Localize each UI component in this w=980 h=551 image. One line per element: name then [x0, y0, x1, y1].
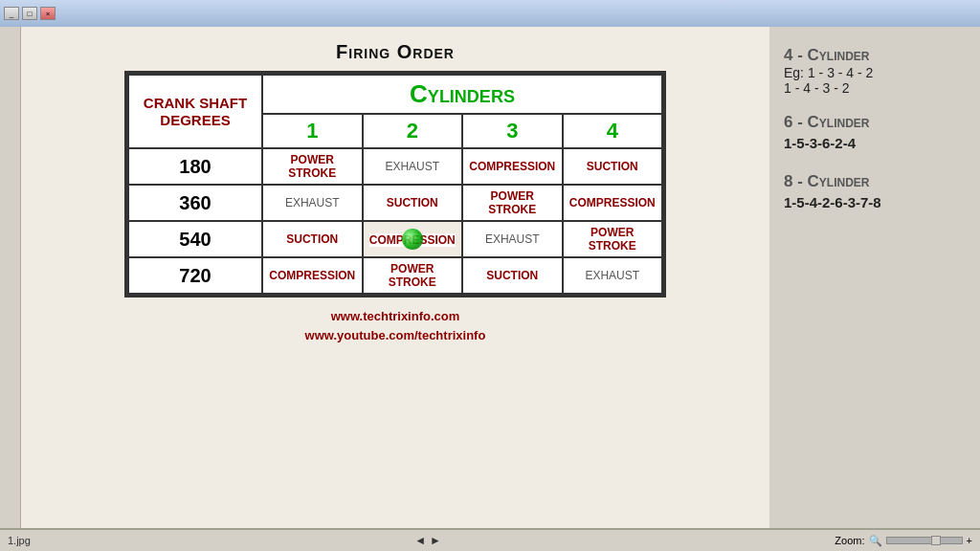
cell-360-2: Suction [363, 185, 463, 221]
cell-720-3: Suction [462, 257, 563, 294]
four-cyl-label: 4 - Cylinder [784, 46, 966, 65]
cyl-2-num: 2 [363, 114, 463, 148]
cell-360-1: Exhaust [262, 185, 363, 221]
cell-540-2: Compression [363, 221, 463, 257]
zoom-handle[interactable] [931, 536, 941, 545]
title-bar: _ □ × [0, 0, 980, 27]
page-title: Firing Order [336, 41, 455, 63]
cell-540-4: PowerStroke [563, 221, 663, 257]
next-btn[interactable]: ► [430, 534, 441, 547]
degree-720: 720 [128, 257, 262, 294]
cell-540-3: Exhaust [462, 221, 563, 257]
six-cyl-order: 1-5-3-6-2-4 [784, 132, 966, 155]
zoom-plus-icon[interactable]: + [967, 535, 972, 546]
website2: www.youtube.com/techtrixinfo [305, 326, 486, 345]
six-cylinder-section: 6 - Cylinder 1-5-3-6-2-4 [784, 113, 966, 155]
firing-order-table: CRANK SHAFT DEGREES Cylinders 1 2 3 4 18… [124, 71, 666, 298]
cell-360-4: Compression [563, 185, 663, 221]
website-links: www.techtrixinfo.com www.youtube.com/tec… [305, 307, 486, 344]
four-cyl-eg2: 1 - 4 - 3 - 2 [784, 80, 966, 96]
four-cylinder-section: 4 - Cylinder Eg: 1 - 3 - 4 - 2 1 - 4 - 3… [784, 46, 966, 96]
cyl-3-num: 3 [462, 114, 563, 148]
degree-540: 540 [128, 221, 262, 257]
eight-cyl-label: 8 - Cylinder [784, 172, 966, 191]
degree-180: 180 [128, 148, 262, 185]
prev-btn[interactable]: ◄ [414, 534, 426, 547]
eight-cylinder-section: 8 - Cylinder 1-5-4-2-6-3-7-8 [784, 172, 966, 214]
content-area: Firing Order CRANK SHAFT DEGREES Cylinde… [21, 27, 769, 528]
eight-cyl-order: 1-5-4-2-6-3-7-8 [784, 191, 966, 214]
six-cyl-label: 6 - Cylinder [784, 113, 966, 132]
right-panel: 4 - Cylinder Eg: 1 - 3 - 4 - 2 1 - 4 - 3… [769, 27, 980, 528]
zoom-control: Zoom: 🔍 + [835, 535, 972, 547]
window: _ □ × Firing Order CRANK SHAFT DEGREES C… [0, 0, 980, 551]
crankshaft-header: CRANK SHAFT DEGREES [128, 75, 262, 148]
maximize-btn[interactable]: □ [22, 7, 37, 20]
degree-360: 360 [128, 185, 262, 221]
zoom-slider[interactable] [886, 537, 963, 544]
close-btn[interactable]: × [40, 7, 56, 20]
cell-180-3: Compression [462, 148, 563, 185]
cell-720-1: Compression [262, 257, 363, 294]
cell-540-1: Suction [262, 221, 363, 257]
cyl-1-num: 1 [262, 114, 363, 148]
cell-720-2: PowerStroke [363, 257, 463, 294]
cell-720-4: Exhaust [563, 257, 663, 294]
left-nav [0, 27, 21, 528]
cell-180-1: PowerStroke [262, 148, 363, 185]
four-cyl-eg: Eg: 1 - 3 - 4 - 2 [784, 65, 966, 80]
nav-buttons: ◄ ► [414, 534, 441, 547]
minimize-btn[interactable]: _ [4, 7, 19, 20]
website1: www.techtrixinfo.com [305, 307, 486, 326]
cell-360-3: PowerStroke [462, 185, 563, 221]
zoom-minus-icon[interactable]: 🔍 [869, 535, 882, 547]
zoom-label: Zoom: [835, 535, 864, 546]
cyl-4-num: 4 [563, 114, 663, 148]
cell-180-2: Exhaust [363, 148, 463, 185]
filename: 1.jpg [8, 535, 31, 546]
cylinders-header: Cylinders [262, 75, 662, 114]
bottom-bar: 1.jpg ◄ ► Zoom: 🔍 + [0, 528, 980, 551]
cell-180-4: Suction [563, 148, 663, 185]
